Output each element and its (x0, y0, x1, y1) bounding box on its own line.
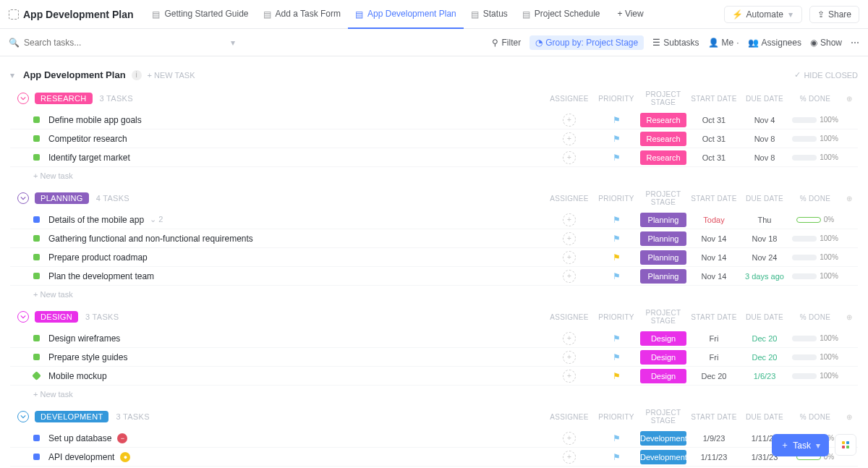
group-by-button[interactable]: ◔Group by: Project Stage (529, 35, 644, 50)
assignee-cell[interactable]: + (544, 232, 595, 245)
stage-cell[interactable]: Design (638, 369, 689, 383)
stage-cell[interactable]: Planning (638, 213, 689, 227)
due-date-cell[interactable]: Thu (739, 216, 790, 224)
assignee-cell[interactable]: + (544, 270, 595, 283)
info-icon[interactable]: i (132, 70, 142, 80)
start-date-cell[interactable]: Nov 14 (689, 234, 739, 243)
automate-button[interactable]: ⚡ Automate ▾ (724, 6, 802, 23)
assignees-button[interactable]: 👥Assignees (748, 38, 801, 48)
assignee-cell[interactable]: + (544, 114, 595, 127)
status-square[interactable] (33, 116, 40, 123)
search-input[interactable] (24, 38, 169, 48)
priority-cell[interactable]: ⚑ (595, 271, 638, 281)
start-date-cell[interactable]: Fri (689, 334, 739, 343)
group-badge[interactable]: Development (35, 411, 109, 422)
priority-cell[interactable]: ⚑ (595, 333, 638, 344)
chevron-down-icon[interactable]: ▾ (10, 70, 17, 80)
task-row[interactable]: Plan the development team+⚑PlanningNov 1… (10, 267, 858, 286)
tab-status[interactable]: ▤Status (464, 0, 515, 29)
group-badge[interactable]: Research (35, 93, 93, 104)
apps-fab[interactable] (835, 434, 856, 456)
task-row[interactable]: Prepare style guides+⚑DesignFriDec 20100… (10, 348, 858, 367)
priority-cell[interactable]: ⚑ (595, 252, 638, 263)
stage-cell[interactable]: Planning (638, 250, 689, 265)
filter-button[interactable]: ⚲Filter (492, 38, 521, 48)
assignee-cell[interactable]: + (544, 370, 595, 383)
priority-cell[interactable]: ⚑ (595, 452, 638, 462)
due-date-cell[interactable]: Nov 4 (739, 116, 790, 124)
status-square[interactable] (33, 154, 40, 161)
done-cell[interactable]: 100% (790, 153, 841, 161)
priority-cell[interactable]: ⚑ (595, 352, 638, 362)
status-square[interactable] (33, 435, 40, 441)
stage-cell[interactable]: Research (638, 132, 689, 146)
stage-cell[interactable]: Design (638, 331, 689, 346)
status-square[interactable] (33, 273, 40, 279)
due-date-cell[interactable]: Dec 20 (739, 353, 790, 362)
priority-cell[interactable]: ⚑ (595, 371, 638, 381)
stage-cell[interactable]: Development (638, 431, 689, 446)
due-date-cell[interactable]: 1/6/23 (739, 372, 790, 380)
task-row[interactable]: Define mobile app goals+⚑ResearchOct 31N… (10, 111, 858, 129)
status-square[interactable] (33, 254, 40, 260)
add-column-button[interactable]: ⊕ (841, 313, 858, 321)
assignee-cell[interactable]: + (544, 132, 595, 145)
done-cell[interactable]: 100% (790, 116, 841, 124)
stage-cell[interactable]: Design (638, 350, 689, 365)
new-task-row[interactable]: + New task (10, 386, 858, 399)
me-button[interactable]: 👤Me · (708, 38, 739, 48)
tab-project-schedule[interactable]: ▤Project Schedule (515, 0, 608, 29)
more-button[interactable]: ⋯ (851, 38, 859, 48)
task-row[interactable]: API development●+⚑Development1/11/231/31… (10, 448, 858, 467)
done-cell[interactable]: 100% (790, 372, 841, 380)
stage-cell[interactable]: Planning (638, 231, 689, 246)
add-column-button[interactable]: ⊕ (841, 195, 858, 203)
assignee-cell[interactable]: + (544, 351, 595, 364)
task-row[interactable]: Details of the mobile app⌄ 2+⚑PlanningTo… (10, 210, 858, 229)
status-square[interactable] (33, 216, 40, 223)
start-date-cell[interactable]: Oct 31 (689, 116, 739, 124)
tab-add-a-task-form[interactable]: ▤Add a Task Form (256, 0, 348, 29)
new-task-fab[interactable]: ＋ Task ▾ (772, 434, 829, 456)
priority-cell[interactable]: ⚑ (595, 433, 638, 443)
stage-cell[interactable]: Planning (638, 269, 689, 284)
start-date-cell[interactable]: Today (689, 216, 739, 224)
done-cell[interactable]: 100% (790, 234, 841, 242)
show-button[interactable]: ◉Show (810, 38, 842, 48)
group-toggle[interactable] (17, 311, 29, 323)
assignee-cell[interactable]: + (544, 251, 595, 264)
add-column-button[interactable]: ⊕ (841, 95, 858, 103)
group-toggle[interactable] (17, 411, 29, 422)
priority-cell[interactable]: ⚑ (595, 234, 638, 244)
assignee-cell[interactable]: + (544, 213, 595, 226)
status-square[interactable] (33, 235, 40, 242)
done-cell[interactable]: 0% (790, 216, 841, 224)
due-date-cell[interactable]: Nov 18 (739, 234, 790, 243)
due-date-cell[interactable]: Nov 8 (739, 135, 790, 143)
due-date-cell[interactable]: Nov 24 (739, 253, 790, 262)
group-badge[interactable]: Planning (35, 192, 89, 204)
stage-cell[interactable]: Development (638, 450, 689, 464)
new-task-row[interactable]: + New task (10, 286, 858, 299)
start-date-cell[interactable]: Fri (689, 353, 739, 362)
start-date-cell[interactable]: 1/11/23 (689, 453, 739, 461)
task-row[interactable]: Design wireframes+⚑DesignFriDec 20100% (10, 329, 858, 348)
done-cell[interactable]: 100% (790, 135, 841, 142)
group-toggle[interactable] (17, 192, 29, 204)
assignee-cell[interactable]: + (544, 332, 595, 345)
task-row[interactable]: Gathering functional and non-functional … (10, 229, 858, 248)
tab-getting-started-guide[interactable]: ▤Getting Started Guide (145, 0, 255, 29)
subtasks-button[interactable]: ☰Subtasks (652, 38, 699, 48)
task-row[interactable]: Competitor research+⚑ResearchOct 31Nov 8… (10, 129, 858, 148)
task-row[interactable]: Set up database−+⚑Development1/9/231/11/… (10, 429, 858, 448)
task-row[interactable]: Prepare product roadmap+⚑PlanningNov 14N… (10, 248, 858, 267)
stage-cell[interactable]: Research (638, 113, 689, 127)
start-date-cell[interactable]: Nov 14 (689, 253, 739, 262)
start-date-cell[interactable]: Dec 20 (689, 372, 739, 380)
chevron-down-icon[interactable]: ▾ (231, 38, 238, 48)
priority-cell[interactable]: ⚑ (595, 153, 638, 163)
status-square[interactable] (33, 335, 40, 341)
priority-cell[interactable]: ⚑ (595, 115, 638, 125)
subtask-indicator[interactable]: ⌄ 2 (150, 215, 163, 224)
hide-closed-button[interactable]: ✓ HIDE CLOSED (794, 70, 858, 80)
